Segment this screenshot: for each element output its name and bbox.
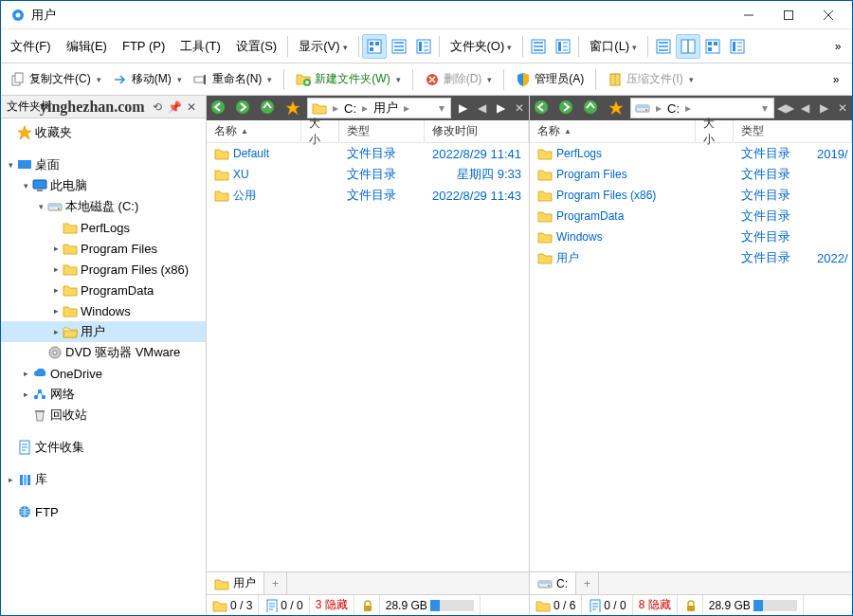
tree-close-icon[interactable]: ✕ xyxy=(183,99,200,116)
nav-play-icon[interactable]: ◀▶ xyxy=(776,96,795,120)
tree-program-files-x86[interactable]: ▸Program Files (x86) xyxy=(1,259,206,280)
admin-button[interactable]: 管理员(A) xyxy=(510,67,590,92)
overflow-button-2[interactable]: » xyxy=(824,67,848,92)
right-pane: ▸ C:▸ ▾ ◀▶ ◀ ▶ ✕ 名称▲ 大小 类型 PerfLogs文件目录2… xyxy=(530,96,852,615)
tree-title: 文件夹树 xyxy=(7,99,52,115)
menu-edit[interactable]: 编辑(E) xyxy=(59,32,115,61)
list-item[interactable]: 公用文件目录2022/8/29 11:43 xyxy=(207,185,529,206)
left-tab[interactable]: 用户 xyxy=(207,572,264,594)
tree-library[interactable]: ▸库 xyxy=(1,469,206,490)
list-item[interactable]: ProgramData文件目录 xyxy=(530,206,852,226)
copy-files-button[interactable]: 复制文件(C)▾ xyxy=(5,67,107,92)
col-name[interactable]: 名称▲ xyxy=(207,120,301,142)
tree-file-collect[interactable]: 文件收集 xyxy=(1,437,206,458)
menu-file[interactable]: 文件(F) xyxy=(3,32,59,61)
list-item[interactable]: Program Files (x86)文件目录 xyxy=(530,185,852,206)
tree-network[interactable]: ▸网络 xyxy=(1,384,206,405)
tree-local-c[interactable]: ▾本地磁盘 (C:) xyxy=(1,196,206,217)
tree-perflogs[interactable]: PerfLogs xyxy=(1,217,206,238)
back-button[interactable] xyxy=(530,96,554,120)
menu-folder[interactable]: 文件夹(O) xyxy=(443,32,520,61)
list-item[interactable]: PerfLogs文件目录2019/ xyxy=(530,143,852,164)
forward-button[interactable] xyxy=(231,96,256,120)
menu-view[interactable]: 显示(V) xyxy=(291,32,354,61)
compress-button[interactable]: 压缩文件(I)▾ xyxy=(602,67,699,92)
path-drive[interactable]: C: xyxy=(663,99,683,118)
tree-program-files[interactable]: ▸Program Files xyxy=(1,238,206,259)
menu-tools[interactable]: 工具(T) xyxy=(172,32,228,61)
right-tab-add[interactable]: + xyxy=(576,572,599,594)
delete-button[interactable]: 删除(D)▾ xyxy=(419,67,499,92)
tree-pin-icon[interactable]: ⟲ xyxy=(149,99,166,116)
tree-ftp[interactable]: FTP xyxy=(1,501,206,522)
tree-users[interactable]: ▸用户 xyxy=(1,321,206,342)
view-mode-3-button[interactable] xyxy=(411,34,436,59)
tree-thispc[interactable]: ▾此电脑 xyxy=(1,175,206,196)
nav-prev-icon[interactable]: ◀ xyxy=(472,96,491,120)
list-item[interactable]: XU文件目录星期四 9:33 xyxy=(207,164,529,185)
tree-windows[interactable]: ▸Windows xyxy=(1,300,206,321)
path-seg1[interactable]: 用户 xyxy=(370,99,402,118)
view-mode-1-button[interactable] xyxy=(362,34,387,59)
col-modified[interactable]: 修改时间 xyxy=(425,120,529,142)
left-tab-add[interactable]: + xyxy=(264,572,287,594)
menu-ftp[interactable]: FTP (P) xyxy=(115,33,172,59)
tree-body[interactable]: 收藏夹 ▾桌面 ▾此电脑 ▾本地磁盘 (C:) PerfLogs ▸Progra… xyxy=(1,118,206,615)
separator xyxy=(595,69,596,90)
tree-desktop[interactable]: ▾桌面 xyxy=(1,154,206,175)
minimize-button[interactable] xyxy=(729,2,769,28)
col-size[interactable]: 大小 xyxy=(696,120,734,142)
up-button[interactable] xyxy=(256,96,281,120)
list-item[interactable]: 用户文件目录2022/ xyxy=(530,247,852,268)
path-drive[interactable]: C: xyxy=(340,99,360,118)
disk-bar-fill xyxy=(430,600,440,611)
menu-settings[interactable]: 设置(S) xyxy=(228,32,284,61)
nav-next-icon[interactable]: ▶ xyxy=(814,96,833,120)
layout-4-button[interactable] xyxy=(725,34,750,59)
right-tab[interactable]: C: xyxy=(530,572,576,594)
tree-favorites[interactable]: 收藏夹 xyxy=(1,122,206,143)
col-type[interactable]: 类型 xyxy=(734,120,852,142)
layout-3-button[interactable] xyxy=(700,34,725,59)
tree-recycle[interactable]: 回收站 xyxy=(1,405,206,426)
favorite-button[interactable] xyxy=(281,96,305,120)
list-item[interactable]: Windows文件目录 xyxy=(530,226,852,247)
folder-view-1-button[interactable] xyxy=(526,34,551,59)
nav-close-icon[interactable]: ✕ xyxy=(833,96,852,120)
up-button[interactable] xyxy=(579,96,604,120)
left-list[interactable]: Default文件目录2022/8/29 11:41XU文件目录星期四 9:33… xyxy=(207,143,529,571)
back-button[interactable] xyxy=(207,96,231,120)
right-list[interactable]: PerfLogs文件目录2019/Program Files文件目录Progra… xyxy=(530,143,852,571)
col-size[interactable]: 大小 xyxy=(301,120,339,142)
rename-button[interactable]: 重命名(N)▾ xyxy=(188,67,279,92)
right-path-bar[interactable]: ▸ C:▸ ▾ xyxy=(630,98,774,118)
overflow-button[interactable]: » xyxy=(826,34,850,59)
col-type[interactable]: 类型 xyxy=(339,120,425,142)
maximize-button[interactable] xyxy=(769,2,808,28)
col-name[interactable]: 名称▲ xyxy=(530,120,696,142)
move-button[interactable]: 移动(M)▾ xyxy=(107,67,188,92)
view-mode-2-button[interactable] xyxy=(387,34,411,59)
close-button[interactable] xyxy=(808,2,848,28)
main-area: 文件夹树 ⟲ 📌 ✕ 收藏夹 ▾桌面 ▾此电脑 ▾本地磁盘 (C:) PerfL… xyxy=(1,96,852,615)
favorite-button[interactable] xyxy=(604,96,628,120)
forward-button[interactable] xyxy=(554,96,579,120)
tree-programdata[interactable]: ▸ProgramData xyxy=(1,280,206,300)
layout-2-button[interactable] xyxy=(676,34,700,59)
menu-window[interactable]: 窗口(L) xyxy=(582,32,644,61)
nav-close-icon[interactable]: ✕ xyxy=(510,96,529,120)
tree-pin2-icon[interactable]: 📌 xyxy=(166,99,183,116)
nav-prev-icon[interactable]: ◀ xyxy=(795,96,814,120)
folder-view-2-button[interactable] xyxy=(551,34,575,59)
new-folder-button[interactable]: 新建文件夹(W)▾ xyxy=(290,67,406,92)
nav-play-icon[interactable]: ▶ xyxy=(453,96,472,120)
tree-onedrive[interactable]: ▸OneDrive xyxy=(1,363,206,384)
list-item[interactable]: Default文件目录2022/8/29 11:41 xyxy=(207,143,529,164)
tree-dvd[interactable]: DVD 驱动器 VMware xyxy=(1,342,206,363)
path-drive-icon[interactable] xyxy=(631,99,654,118)
window-title: 用户 xyxy=(31,7,729,24)
list-item[interactable]: Program Files文件目录 xyxy=(530,164,852,185)
app-icon xyxy=(10,8,26,23)
nav-next-icon[interactable]: ▶ xyxy=(491,96,510,120)
layout-1-button[interactable] xyxy=(651,34,676,59)
